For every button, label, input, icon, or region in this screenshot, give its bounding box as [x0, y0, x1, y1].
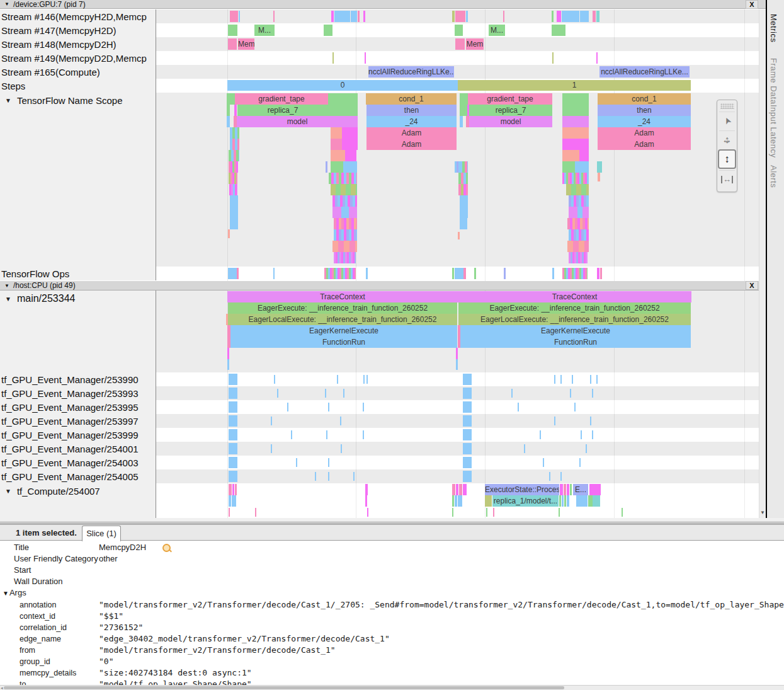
- trace-slice[interactable]: [239, 11, 240, 22]
- trace-slice[interactable]: [460, 93, 468, 105]
- trace-slice[interactable]: [227, 348, 229, 359]
- trace-slice[interactable]: [349, 207, 357, 218]
- trace-slice[interactable]: [463, 457, 472, 468]
- trace-slice[interactable]: [227, 116, 230, 127]
- trace-slice[interactable]: gradient_tape: [235, 93, 328, 105]
- trace-slice[interactable]: [581, 430, 582, 439]
- trace-slice[interactable]: [315, 472, 316, 481]
- trace-slice[interactable]: [562, 127, 589, 139]
- trace-slice[interactable]: [228, 229, 230, 238]
- trace-slice[interactable]: [582, 207, 589, 218]
- trace-slice[interactable]: [569, 207, 577, 218]
- trace-slice[interactable]: [332, 52, 334, 64]
- trace-slice[interactable]: replica_7: [237, 105, 328, 116]
- trace-slice[interactable]: FunctionRun: [460, 336, 691, 348]
- trace-slice[interactable]: [328, 105, 358, 116]
- trace-slice[interactable]: [229, 388, 237, 399]
- trace-slice[interactable]: [564, 495, 566, 507]
- trace-slice[interactable]: [341, 444, 342, 453]
- trace-slice[interactable]: [598, 173, 600, 181]
- trace-slice[interactable]: model: [469, 116, 552, 127]
- trace-slice[interactable]: [458, 495, 462, 507]
- trace-slice[interactable]: [229, 457, 237, 468]
- trace-slice[interactable]: [331, 127, 342, 139]
- trace-slice[interactable]: _24: [598, 116, 691, 127]
- trace-slice[interactable]: [363, 11, 365, 22]
- trace-slice[interactable]: [460, 105, 467, 116]
- trace-slice[interactable]: [334, 11, 350, 22]
- trace-slice[interactable]: [559, 495, 561, 507]
- trace-slice[interactable]: [455, 495, 457, 507]
- trace-slice[interactable]: [574, 403, 576, 411]
- track-group-label[interactable]: ▼tf_Compute/254007: [0, 483, 155, 498]
- trace-slice[interactable]: [328, 93, 358, 105]
- collapse-arrow-icon[interactable]: ▼: [5, 97, 11, 104]
- trace-slice[interactable]: [593, 11, 596, 22]
- collapse-arrow-icon[interactable]: ▼: [5, 296, 11, 302]
- trace-slice[interactable]: [560, 484, 563, 495]
- trace-slice[interactable]: [463, 429, 472, 440]
- trace-slice[interactable]: EagerLocalExecute: __inference_train_fun…: [458, 314, 691, 325]
- trace-slice[interactable]: [570, 389, 571, 398]
- trace-slice[interactable]: [463, 443, 472, 454]
- horizontal-scrollbar[interactable]: ◂: [0, 685, 784, 690]
- zoom-tool[interactable]: ↕: [718, 149, 736, 169]
- trace-slice[interactable]: [458, 232, 460, 239]
- trace-slice[interactable]: [229, 374, 237, 385]
- trace-slice[interactable]: [325, 389, 326, 398]
- pan-tool[interactable]: ↔↕: [719, 130, 735, 148]
- trace-slice[interactable]: [575, 161, 589, 173]
- trace-slice[interactable]: [552, 25, 565, 36]
- trace-slice[interactable]: [345, 150, 356, 161]
- trace-slice[interactable]: [590, 375, 591, 384]
- trace-slice[interactable]: Adam: [366, 127, 457, 139]
- trace-slice-cluster[interactable]: [324, 268, 356, 279]
- trace-slice[interactable]: [237, 268, 239, 279]
- trace-slice[interactable]: [328, 458, 329, 467]
- trace-slice[interactable]: [460, 116, 463, 127]
- collapse-arrow-icon[interactable]: ▼: [4, 283, 9, 289]
- track-group-label[interactable]: ▼TensorFlow Name Scope: [0, 93, 155, 108]
- trace-slice[interactable]: [287, 403, 288, 411]
- trace-slice[interactable]: [326, 161, 327, 173]
- trace-slice[interactable]: [328, 403, 329, 411]
- trace-slice[interactable]: [518, 403, 519, 411]
- trace-slice[interactable]: [463, 401, 472, 413]
- selection-tool[interactable]: ➤: [719, 112, 735, 129]
- trace-slice[interactable]: [255, 508, 256, 517]
- trace-slice[interactable]: EagerExecute: __inference_train_function…: [458, 302, 691, 314]
- trace-slice[interactable]: cond_1: [366, 93, 457, 105]
- trace-slice[interactable]: [562, 150, 579, 161]
- trace-slice[interactable]: then: [598, 105, 691, 116]
- trace-slice[interactable]: [562, 105, 589, 116]
- trace-slice[interactable]: [463, 268, 466, 279]
- trace-slice[interactable]: [337, 375, 338, 384]
- trace-slice-cluster[interactable]: [569, 252, 588, 263]
- trace-slice[interactable]: [271, 444, 272, 453]
- trace-slice[interactable]: [229, 508, 230, 517]
- trace-slice[interactable]: [592, 389, 593, 398]
- trace-slice[interactable]: [363, 375, 365, 384]
- trace-slice[interactable]: [504, 268, 506, 279]
- trace-slice[interactable]: [452, 268, 454, 279]
- trace-slice[interactable]: [570, 484, 572, 495]
- trace-slice-cluster[interactable]: [329, 173, 357, 184]
- process-header-gpu[interactable]: ▼/device:GPU:7 (pid 7)X: [0, 0, 766, 9]
- trace-slice[interactable]: [460, 207, 468, 218]
- trace-slice-cluster[interactable]: [334, 218, 357, 229]
- sidebar-tab-alerts[interactable]: Alerts: [769, 165, 778, 188]
- trace-slice-cluster[interactable]: [562, 268, 588, 279]
- trace-slice[interactable]: [365, 484, 368, 495]
- trace-slice[interactable]: [235, 484, 237, 495]
- sidebar-tab-frame-data[interactable]: Frame Data: [769, 58, 778, 105]
- trace-slice[interactable]: [366, 268, 368, 279]
- trace-slice[interactable]: [229, 471, 237, 482]
- trace-slice[interactable]: [588, 495, 593, 507]
- trace-slice[interactable]: TraceContext: [227, 291, 458, 302]
- trace-slice-cluster[interactable]: [229, 173, 237, 184]
- trace-slice[interactable]: [365, 495, 367, 507]
- trace-slice-cluster[interactable]: [567, 218, 589, 229]
- trace-slice[interactable]: [455, 11, 465, 22]
- trace-slice[interactable]: [229, 401, 237, 413]
- trace-slice[interactable]: [456, 359, 458, 370]
